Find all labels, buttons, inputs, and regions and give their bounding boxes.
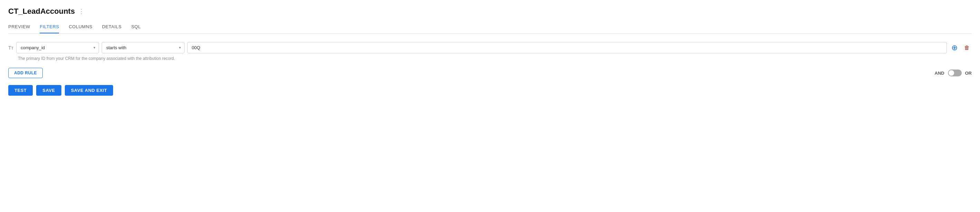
test-button[interactable]: TEST [8, 85, 33, 96]
page-title: CT_LeadAccounts [8, 7, 75, 16]
field-select[interactable]: company_id [16, 42, 99, 53]
operator-select[interactable]: starts with [102, 42, 185, 53]
logic-or-label: OR [965, 71, 972, 76]
save-button[interactable]: SAVE [36, 85, 61, 96]
page-header: CT_LeadAccounts ⋮ [8, 7, 972, 16]
more-options-icon[interactable]: ⋮ [78, 8, 85, 15]
field-description: The primary ID from your CRM for the com… [8, 56, 972, 61]
logic-toggle: AND OR [934, 70, 972, 76]
filter-row: Tт company_id ▾ starts with ▾ ⊕ 🗑 [8, 42, 972, 53]
tab-filters[interactable]: FILTERS [40, 21, 59, 33]
tab-preview[interactable]: PREVIEW [8, 21, 30, 33]
bottom-buttons: TEST SAVE SAVE AND EXIT [8, 85, 972, 96]
field-select-wrapper: company_id ▾ [16, 42, 99, 53]
delete-rule-icon[interactable]: 🗑 [962, 43, 972, 53]
value-input[interactable] [187, 42, 947, 53]
save-and-exit-button[interactable]: SAVE AND EXIT [65, 85, 113, 96]
logic-toggle-switch[interactable] [948, 70, 962, 76]
add-rule-button[interactable]: ADD RULE [8, 68, 43, 78]
operator-select-wrapper: starts with ▾ [102, 42, 185, 53]
add-condition-icon[interactable]: ⊕ [950, 43, 959, 53]
tab-bar: PREVIEW FILTERS COLUMNS DETAILS SQL [8, 21, 972, 34]
tab-details[interactable]: DETAILS [102, 21, 122, 33]
field-type-icon: Tт [8, 45, 13, 51]
tab-columns[interactable]: COLUMNS [68, 21, 92, 33]
tab-sql[interactable]: SQL [131, 21, 141, 33]
actions-row: ADD RULE AND OR [8, 68, 972, 78]
logic-and-label: AND [934, 71, 944, 76]
